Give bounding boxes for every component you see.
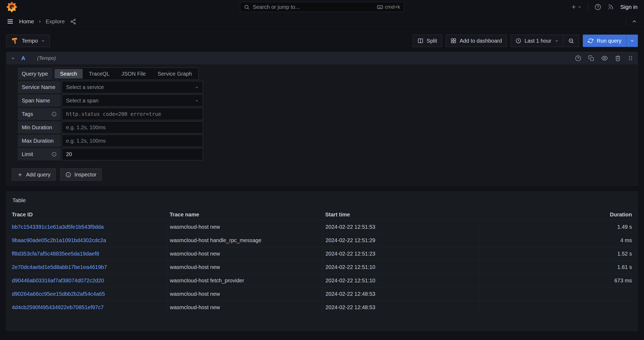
query-help-icon[interactable]: [575, 55, 581, 61]
run-query-button[interactable]: Run query: [583, 35, 626, 47]
divider: [588, 3, 588, 10]
shortcut-hint: cmd+k: [377, 4, 400, 10]
chevron-down-icon: [555, 39, 559, 43]
trace-id-link[interactable]: d90446ab03316af7af38074d072c2d20: [12, 278, 104, 284]
duration-cell: 1.49 s: [479, 220, 632, 234]
drag-handle-icon[interactable]: [628, 55, 633, 61]
trace-name-cell: wasmcloud-host new: [167, 220, 322, 234]
datasource-picker[interactable]: Tempo: [6, 35, 50, 47]
col-start-time[interactable]: Start time: [322, 209, 479, 220]
col-trace-name[interactable]: Trace name: [167, 209, 322, 220]
tags-input[interactable]: [62, 108, 203, 120]
tab-search[interactable]: Search: [54, 69, 83, 79]
tab-service-graph[interactable]: Service Graph: [152, 69, 197, 79]
menu-icon[interactable]: [7, 18, 14, 25]
limit-row: Limit: [18, 148, 632, 160]
inspector-button[interactable]: Inspector: [60, 168, 102, 181]
breadcrumb: Home Explore: [19, 18, 65, 25]
table-row: d90446ab03316af7af38074d072c2d20 wasmclo…: [12, 274, 632, 287]
trace-name-cell: wasmcloud-host fetch_provider: [167, 274, 322, 287]
start-time-cell: 2024-02-22 12:51:53: [322, 220, 479, 234]
delete-query-icon[interactable]: [615, 55, 621, 61]
table-panel: Table Trace ID Trace name Start time Dur…: [6, 191, 638, 331]
search-input[interactable]: Search or jump to... cmd+k: [240, 2, 404, 12]
col-trace-id[interactable]: Trace ID: [12, 209, 167, 220]
zoom-out-time-button[interactable]: [564, 35, 579, 47]
info-icon: [52, 112, 57, 117]
min-duration-row: Min Duration: [18, 121, 632, 134]
chevron-down-icon: [41, 39, 45, 43]
trace-name-cell: wasmcloud-host new: [167, 261, 322, 274]
run-query-options-button[interactable]: [626, 35, 638, 47]
trace-name-cell: wasmcloud-host new: [167, 301, 322, 314]
start-time-cell: 2024-02-22 12:51:23: [322, 247, 479, 260]
time-range-picker[interactable]: Last 1 hour: [511, 35, 564, 47]
keyboard-icon: [377, 4, 383, 10]
add-query-button[interactable]: Add query: [12, 168, 56, 181]
trace-name-cell: wasmcloud-host new: [167, 247, 322, 260]
query-ref-id[interactable]: A: [21, 55, 25, 61]
breadcrumb-bar: Home Explore: [0, 14, 644, 29]
limit-input[interactable]: [62, 148, 203, 160]
toggle-visibility-icon[interactable]: [601, 55, 608, 61]
max-duration-input[interactable]: [62, 135, 203, 147]
min-duration-input[interactable]: [62, 121, 203, 134]
collapse-query-icon[interactable]: [11, 56, 15, 61]
trace-name-cell: wasmcloud-host handle_rpc_message: [167, 234, 322, 247]
breadcrumb-home[interactable]: Home: [19, 18, 34, 25]
table-row: 2e70dc4aebd1e5d8abb17be1ea4619b7 wasmclo…: [12, 260, 632, 274]
help-icon[interactable]: [595, 4, 601, 10]
time-range-label: Last 1 hour: [525, 38, 551, 44]
chevron-down-icon: [195, 85, 199, 89]
trace-id-link[interactable]: bb7c1543391c1e61a3d5fe1b543f9dda: [12, 224, 104, 230]
trace-id-link[interactable]: d90264a66cc95ee15dbb2b2af54c4a65: [12, 291, 105, 297]
trace-id-link[interactable]: 4d4cb2590f495434922eb70851ef97c7: [12, 304, 104, 311]
trace-id-link[interactable]: 2e70dc4aebd1e5d8abb17be1ea4619b7: [12, 264, 107, 270]
table-row: 4d4cb2590f495434922eb70851ef97c7 wasmclo…: [12, 301, 632, 314]
search-placeholder: Search or jump to...: [253, 4, 300, 10]
query-datasource-hint: (Tempo): [37, 55, 56, 61]
new-button[interactable]: [571, 4, 581, 10]
search-minus-icon: [568, 38, 574, 44]
duration-cell: 1.52 s: [479, 247, 632, 260]
breadcrumb-current[interactable]: Explore: [46, 18, 65, 25]
sign-in-button[interactable]: Sign in: [620, 4, 638, 10]
duration-cell: [479, 287, 632, 301]
query-type-radiogroup: Search TraceQL JSON File Service Graph: [53, 68, 199, 80]
tempo-logo-icon: [11, 37, 19, 45]
split-button[interactable]: Split: [413, 35, 442, 47]
add-to-dashboard-button[interactable]: Add to dashboard: [446, 35, 507, 47]
start-time-cell: 2024-02-22 12:48:53: [322, 287, 479, 301]
info-icon: [52, 152, 57, 157]
tab-json-file[interactable]: JSON File: [116, 69, 151, 79]
service-name-select[interactable]: Select a service: [62, 81, 203, 93]
apps-grid-icon: [451, 38, 456, 44]
grafana-logo[interactable]: [6, 2, 17, 12]
collapse-top-icon[interactable]: [631, 19, 637, 24]
span-name-row: Span Name Select a span: [18, 94, 632, 107]
start-time-cell: 2024-02-22 12:51:29: [322, 234, 479, 247]
search-icon: [244, 4, 250, 10]
trace-id-link[interactable]: 9baac90ade05c2b1a1091bd4302cdc2a: [12, 237, 106, 243]
trace-id-link[interactable]: ff8d353cfa7af5c48835ee5da19daef8: [12, 251, 99, 257]
query-row-header[interactable]: A (Tempo): [6, 52, 638, 64]
datasource-name: Tempo: [22, 38, 38, 44]
chevron-down-icon: [578, 5, 581, 9]
start-time-cell: 2024-02-22 12:51:10: [322, 261, 479, 274]
start-time-cell: 2024-02-22 12:48:53: [322, 301, 479, 314]
query-actions: Add query Inspector: [6, 161, 638, 185]
columns-icon: [418, 38, 423, 44]
col-duration[interactable]: Duration: [479, 209, 632, 220]
duplicate-query-icon[interactable]: [588, 55, 594, 61]
table-row: d90264a66cc95ee15dbb2b2af54c4a65 wasmclo…: [12, 287, 632, 301]
tab-traceql[interactable]: TraceQL: [83, 69, 115, 79]
table-header: Trace ID Trace name Start time Duration: [12, 209, 632, 220]
news-rss-icon[interactable]: [608, 4, 614, 10]
clock-icon: [515, 38, 521, 44]
trace-name-cell: wasmcloud-host new: [167, 287, 322, 301]
span-name-select[interactable]: Select a span: [62, 94, 203, 107]
service-name-row: Service Name Select a service: [18, 81, 632, 93]
share-icon[interactable]: [70, 19, 76, 25]
limit-label: Limit: [18, 148, 61, 160]
query-type-row: Query type Search TraceQL JSON File Serv…: [18, 68, 632, 80]
